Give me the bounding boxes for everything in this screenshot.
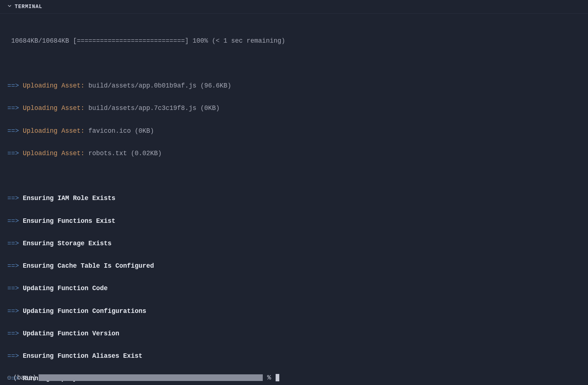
step-text: Ensuring IAM Role Exists [23,195,115,202]
step-line: ==> Ensuring IAM Role Exists [7,193,581,204]
terminal-header: TERMINAL [0,0,588,14]
arrow-prefix: ==> [7,127,19,135]
upload-label: Uploading Asset: [23,104,85,112]
step-line: ==> Ensuring Functions Exist [7,215,581,227]
arrow-prefix: ==> [7,240,19,247]
terminal-output[interactable]: 10684KB/10684KB [=======================… [0,14,588,385]
progress-line: 10684KB/10684KB [=======================… [7,35,581,47]
upload-path: build/assets/app.0b01b9af.js (96.6KB) [89,82,232,89]
prompt-env: (base) [13,374,36,381]
upload-label: Uploading Asset: [23,150,85,157]
circle-icon [7,376,11,379]
step-line: ==> Ensuring Storage Exists [7,238,581,249]
upload-label: Uploading Asset: [23,127,85,135]
upload-line: ==> Uploading Asset: robots.txt (0.02KB) [7,148,581,159]
prompt-percent: % [267,374,271,381]
step-text: Ensuring Function Aliases Exist [23,352,143,360]
step-line: ==> Ensuring Cache Table Is Configured [7,260,581,272]
prompt-path [39,374,263,381]
step-text: Ensuring Cache Table Is Configured [23,262,154,270]
arrow-prefix: ==> [7,330,19,337]
step-text: Updating Function Code [23,285,108,292]
terminal-title: TERMINAL [15,4,42,10]
arrow-prefix: ==> [7,104,19,112]
step-text: Updating Function Version [23,330,119,337]
step-line: ==> Updating Function Version [7,328,581,339]
cursor [276,374,279,381]
arrow-prefix: ==> [7,195,19,202]
step-line: ==> Updating Function Configurations [7,306,581,317]
arrow-prefix: ==> [7,352,19,360]
arrow-prefix: ==> [7,82,19,89]
arrow-prefix: ==> [7,285,19,292]
upload-path: robots.txt (0.02KB) [89,150,162,157]
upload-path: build/assets/app.7c3c19f8.js (0KB) [89,104,220,112]
step-text: Updating Function Configurations [23,307,146,315]
upload-path: favicon.ico (0KB) [89,127,154,135]
arrow-prefix: ==> [7,150,19,157]
step-line: ==> Updating Function Code [7,283,581,294]
step-text: Ensuring Storage Exists [23,240,112,247]
step-line: ==> Ensuring Function Aliases Exist [7,350,581,362]
arrow-prefix: ==> [7,262,19,270]
arrow-prefix: ==> [7,217,19,225]
arrow-prefix: ==> [7,307,19,315]
upload-label: Uploading Asset: [23,82,85,89]
prompt-bar[interactable]: (base) % [0,374,588,381]
upload-line: ==> Uploading Asset: build/assets/app.7c… [7,103,581,114]
upload-line: ==> Uploading Asset: build/assets/app.0b… [7,80,581,92]
upload-line: ==> Uploading Asset: favicon.ico (0KB) [7,125,581,137]
chevron-down-icon[interactable] [7,4,12,10]
step-text: Ensuring Functions Exist [23,217,115,225]
